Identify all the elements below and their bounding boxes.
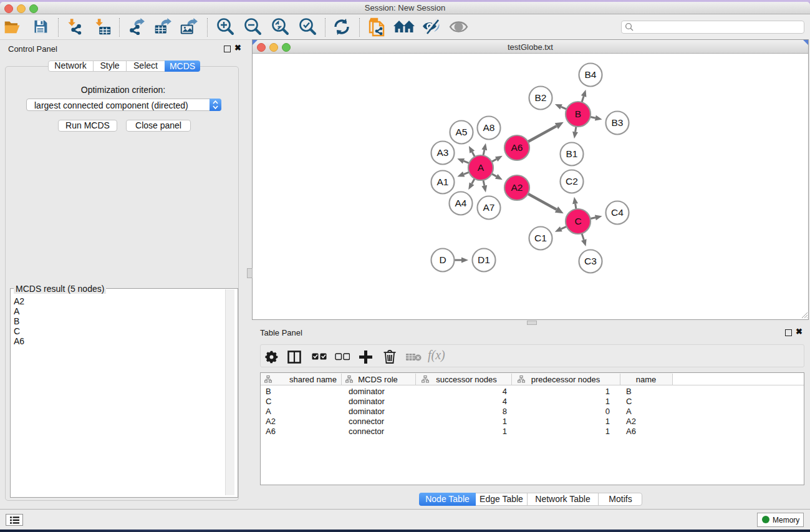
svg-text:C4: C4 xyxy=(611,207,624,218)
svg-text:B3: B3 xyxy=(612,117,624,128)
svg-text:A: A xyxy=(478,162,485,173)
svg-text:A2: A2 xyxy=(511,182,523,193)
svg-text:A3: A3 xyxy=(437,147,449,158)
svg-text:B4: B4 xyxy=(585,69,597,80)
svg-text:C: C xyxy=(574,216,581,226)
svg-text:B2: B2 xyxy=(535,92,547,103)
svg-text:A8: A8 xyxy=(483,122,495,133)
svg-text:A4: A4 xyxy=(455,198,467,208)
svg-text:A5: A5 xyxy=(456,127,468,137)
svg-text:C1: C1 xyxy=(534,233,547,243)
svg-text:C3: C3 xyxy=(584,256,597,266)
svg-text:A7: A7 xyxy=(483,202,495,213)
svg-text:B1: B1 xyxy=(566,148,578,159)
svg-text:A1: A1 xyxy=(437,177,449,187)
svg-text:D: D xyxy=(439,254,446,265)
svg-text:D1: D1 xyxy=(478,254,490,265)
svg-text:A6: A6 xyxy=(511,142,523,153)
svg-text:B: B xyxy=(575,109,581,119)
svg-text:C2: C2 xyxy=(566,176,578,186)
